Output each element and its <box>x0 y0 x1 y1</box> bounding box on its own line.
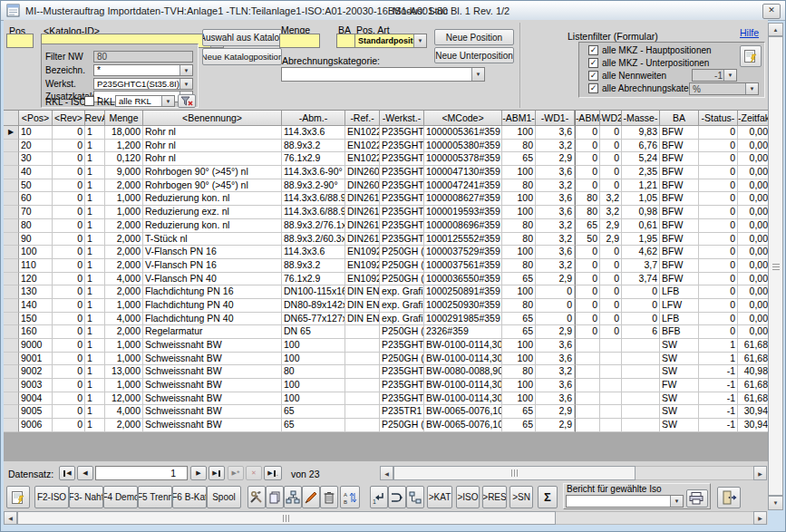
cell[interactable]: 1 <box>85 126 105 140</box>
goto-record-button[interactable]: 1 <box>370 486 388 508</box>
cell[interactable]: 0 <box>622 285 660 299</box>
cell[interactable]: 3,2 <box>536 140 575 153</box>
cell[interactable]: 2,000 <box>105 325 143 339</box>
listenfilter-form-button[interactable] <box>740 45 762 67</box>
cell[interactable]: 2,000 <box>105 285 143 299</box>
cell[interactable]: 2,9 <box>600 233 622 247</box>
spool-button[interactable]: Spool <box>207 486 241 508</box>
cell[interactable]: 100 <box>502 206 536 219</box>
cell[interactable]: BW-0080-0088,90- <box>424 365 502 379</box>
cell[interactable]: 2,9 <box>536 325 575 339</box>
cell[interactable]: 0 <box>600 273 622 286</box>
cell[interactable]: 6 <box>622 325 660 339</box>
menge-input[interactable] <box>279 34 320 48</box>
cell[interactable]: DIN EN <box>345 313 380 326</box>
rkl-combo[interactable]: alle RKL▼ <box>115 95 175 107</box>
cell[interactable]: 1000005380#359 <box>424 140 502 153</box>
cell[interactable]: T-Stück nl <box>143 233 282 247</box>
bezeichn-combo[interactable]: *▼ <box>93 64 193 76</box>
row-selector[interactable] <box>4 379 19 392</box>
cell[interactable]: 1 <box>85 152 105 166</box>
cell[interactable]: Flachdichtung PN 40 <box>143 313 282 326</box>
cell[interactable]: 114.3x3.6/88.9x <box>282 206 345 219</box>
cell[interactable]: 0 <box>575 140 600 153</box>
cell[interactable]: 1000125552#359 <box>424 233 502 247</box>
cell[interactable]: 3,6 <box>536 392 575 406</box>
cell[interactable]: P235GHT <box>380 365 424 379</box>
cell[interactable]: EN1092- <box>345 246 380 259</box>
cell[interactable]: Schweissnaht BW <box>143 353 282 366</box>
cell[interactable]: 0,61 <box>622 219 660 233</box>
row-selector[interactable] <box>4 219 19 233</box>
cell[interactable]: 0,00 <box>738 152 768 166</box>
cell[interactable] <box>622 339 660 353</box>
cell[interactable] <box>622 353 660 366</box>
form-vscroll-down-icon[interactable]: ▼ <box>768 496 783 510</box>
cell[interactable]: P235GHT <box>380 166 424 179</box>
cell[interactable]: 30 <box>19 152 53 166</box>
cell[interactable]: P250GH ( <box>380 325 424 339</box>
cell[interactable]: 160 <box>19 325 53 339</box>
cell[interactable]: 0 <box>53 273 85 286</box>
bericht-combo[interactable]: ▼ <box>566 495 684 508</box>
cell[interactable] <box>575 392 600 406</box>
cell[interactable]: 0 <box>699 313 738 326</box>
cell[interactable]: 0 <box>600 179 622 193</box>
cell[interactable]: 88.9x3.2 <box>282 259 345 273</box>
werkst-combo[interactable]: P235GHTC1(St35.8I)▼ <box>93 78 193 90</box>
row-selector[interactable] <box>4 339 19 353</box>
cell[interactable]: -1 <box>699 365 738 379</box>
f5-trenn-button[interactable]: F5 Trenn <box>138 486 172 508</box>
form-vscroll-thumb[interactable] <box>768 36 783 496</box>
cell[interactable]: P250GH ( <box>380 259 424 273</box>
column-header[interactable]: -Zeitfak <box>738 111 768 126</box>
cell[interactable]: Flachdichtung PN 40 <box>143 299 282 313</box>
cell[interactable]: 0 <box>600 313 622 326</box>
cell[interactable]: 1,000 <box>105 379 143 392</box>
hierarchy-button[interactable] <box>284 486 302 508</box>
record-cancel-button[interactable]: ✕ <box>246 466 262 480</box>
cell[interactable]: P235GHT <box>380 179 424 193</box>
cell[interactable]: 1000008696#359 <box>424 219 502 233</box>
cell[interactable]: 0 <box>53 339 85 353</box>
cell[interactable]: 80 <box>502 179 536 193</box>
cell[interactable]: 0 <box>53 259 85 273</box>
cell[interactable]: 65 <box>502 325 536 339</box>
cell[interactable]: 1,21 <box>622 179 660 193</box>
cell[interactable]: P235GHT <box>380 233 424 247</box>
cell[interactable]: 1000037561#359 <box>424 259 502 273</box>
table-row[interactable]: 80012,000Reduzierung kon. nl88.9x3.2/76.… <box>4 219 768 233</box>
cell[interactable]: V-Flansch PN 16 <box>143 246 282 259</box>
cell[interactable]: 2,9 <box>536 419 575 432</box>
cell[interactable]: BFW <box>660 140 699 153</box>
cell[interactable]: SW <box>660 365 699 379</box>
cell[interactable]: 1 <box>85 166 105 179</box>
cell[interactable]: 0 <box>699 299 738 313</box>
cell[interactable]: DIN2605 <box>345 179 380 193</box>
form-vscroll-up-icon[interactable]: ▲ <box>768 23 783 36</box>
merge-button[interactable] <box>388 486 406 508</box>
cell[interactable] <box>600 353 622 366</box>
cell[interactable]: 3,2 <box>536 219 575 233</box>
cell[interactable]: 1 <box>85 246 105 259</box>
cell[interactable]: 1 <box>85 233 105 247</box>
column-header[interactable]: -Abm.- <box>282 111 345 126</box>
cell[interactable]: 0,00 <box>738 246 768 259</box>
cell[interactable]: 0 <box>53 246 85 259</box>
column-header[interactable]: <Pos> <box>19 111 53 126</box>
cell[interactable]: 0 <box>699 259 738 273</box>
cell[interactable]: 3,6 <box>536 206 575 219</box>
row-selector[interactable] <box>4 206 19 219</box>
cell[interactable]: 0 <box>575 246 600 259</box>
row-selector[interactable] <box>4 325 19 339</box>
delete-button[interactable] <box>320 486 338 508</box>
cell[interactable]: 0 <box>53 233 85 247</box>
cell[interactable]: 80 <box>575 206 600 219</box>
cell[interactable]: P250GH ( <box>380 419 424 432</box>
cell[interactable]: 110 <box>19 259 53 273</box>
cell[interactable]: 1,000 <box>105 339 143 353</box>
cell[interactable]: 0 <box>699 246 738 259</box>
cell[interactable]: V-Flansch PN 40 <box>143 273 282 286</box>
cell[interactable]: BFB <box>660 325 699 339</box>
cell[interactable]: 65 <box>502 152 536 166</box>
